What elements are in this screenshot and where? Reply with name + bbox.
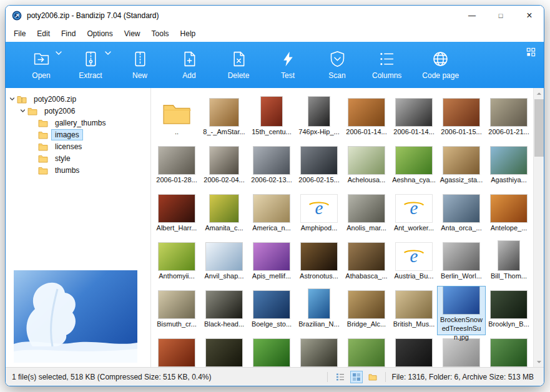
file-item[interactable]: [248, 335, 295, 367]
file-item[interactable]: [200, 335, 248, 367]
add-button[interactable]: Add: [170, 46, 209, 84]
scroll-up-icon[interactable]: [534, 88, 544, 99]
file-item[interactable]: [485, 335, 533, 367]
file-item[interactable]: 2006-01-15...: [438, 94, 485, 142]
open-icon: [32, 50, 51, 68]
file-item[interactable]: Black-head...: [200, 287, 248, 335]
file-thumbnail: [248, 335, 295, 367]
file-item[interactable]: Anta_orca_...: [438, 190, 485, 238]
delete-button[interactable]: Delete: [219, 46, 258, 84]
minimize-button[interactable]: —: [458, 6, 486, 26]
columns-button[interactable]: Columns: [367, 46, 406, 84]
file-item[interactable]: Boelge_sto...: [248, 287, 295, 335]
file-item[interactable]: 2006-01-28...: [153, 142, 200, 190]
file-item[interactable]: Bridge_Alc...: [343, 287, 390, 335]
file-item[interactable]: Anolis_mar...: [343, 190, 390, 238]
file-item[interactable]: eAustria_Bu...: [390, 238, 438, 287]
file-name: British_Mus...: [392, 320, 436, 329]
file-item[interactable]: [343, 335, 390, 367]
file-item[interactable]: 2006-02-15...: [295, 142, 343, 190]
menu-item-tools[interactable]: Tools: [146, 27, 175, 41]
browser-file-icon: e: [301, 195, 337, 222]
tree-item-style[interactable]: style: [6, 152, 150, 164]
file-item[interactable]: 2006-01-14...: [390, 94, 438, 142]
file-item[interactable]: [390, 335, 438, 367]
file-item[interactable]: Brooklyn_B...: [485, 287, 533, 335]
tree-item-label: licenses: [51, 141, 86, 152]
file-thumbnail: [153, 287, 200, 320]
scan-button[interactable]: Scan: [318, 46, 356, 84]
menu-item-find[interactable]: Find: [56, 27, 81, 41]
menu-item-options[interactable]: Options: [81, 27, 118, 41]
folder-tree: poty2006.zippoty2006gallery_thumbsimages…: [6, 88, 150, 176]
scrollbar-thumb[interactable]: [534, 99, 544, 157]
close-button[interactable]: ×: [515, 6, 544, 26]
file-item[interactable]: Achelousa...: [343, 142, 390, 190]
file-item[interactable]: [295, 335, 343, 367]
file-item[interactable]: Astronotus...: [295, 238, 343, 287]
tree-item-licenses[interactable]: licenses: [6, 140, 150, 152]
extract-button[interactable]: Extract: [71, 46, 110, 84]
new-button[interactable]: New: [120, 46, 159, 84]
tree-item-poty2006[interactable]: poty2006: [6, 105, 150, 117]
file-item[interactable]: 2006-01-21...: [485, 94, 533, 142]
file-item[interactable]: 746px-Hip_...: [295, 94, 343, 142]
tree-item-images[interactable]: images: [6, 129, 150, 140]
file-item[interactable]: eAmphipod...: [295, 190, 343, 238]
file-thumbnail: [343, 335, 390, 367]
file-item[interactable]: Berlin_Worl...: [438, 238, 485, 287]
customize-toolbar-button[interactable]: [526, 47, 536, 57]
chevron-expanded-icon[interactable]: [8, 96, 16, 102]
bandizip-logo-icon[interactable]: [12, 11, 22, 21]
file-item[interactable]: America_n...: [248, 190, 295, 238]
tree-item-thumbs[interactable]: thumbs: [6, 164, 150, 176]
scroll-down-icon[interactable]: [534, 356, 544, 367]
vertical-scrollbar[interactable]: [533, 88, 544, 367]
folder-pane-icon[interactable]: [366, 371, 379, 383]
file-item[interactable]: British_Mus...: [390, 287, 438, 335]
file-item-parent-dir[interactable]: ..: [153, 94, 200, 142]
file-name: 2006-01-21...: [487, 128, 530, 137]
file-item[interactable]: Agasthiya...: [485, 142, 533, 190]
file-item[interactable]: Agassiz_sta...: [438, 142, 485, 190]
file-item[interactable]: BrockenSnowedTreesInSun.jpg: [438, 287, 485, 335]
chevron-down-icon[interactable]: [56, 51, 62, 56]
file-item[interactable]: Athabasca_...: [343, 238, 390, 287]
test-button[interactable]: Test: [268, 46, 307, 84]
file-thumbnail: [438, 94, 485, 128]
chevron-down-icon[interactable]: [105, 51, 111, 56]
menu-item-view[interactable]: View: [119, 27, 146, 41]
file-item[interactable]: eAnt_worker...: [390, 190, 438, 238]
svg-text:e: e: [315, 198, 323, 218]
tree-item-poty2006-zip[interactable]: poty2006.zip: [6, 93, 150, 105]
image-thumbnail: [443, 147, 479, 174]
file-item[interactable]: 2006-02-04...: [200, 142, 248, 190]
tree-item-gallery-thumbs[interactable]: gallery_thumbs: [6, 117, 150, 129]
menu-item-edit[interactable]: Edit: [31, 27, 56, 41]
menu-item-help[interactable]: Help: [175, 27, 202, 41]
bandizip-window: poty2006.zip - Bandizip 7.04 (Standard) …: [5, 5, 544, 386]
open-button[interactable]: Open: [22, 46, 61, 84]
maximize-button[interactable]: □: [486, 6, 515, 26]
file-item[interactable]: 2006-02-13...: [248, 142, 295, 190]
file-item[interactable]: Bill_Thom...: [485, 238, 533, 287]
file-thumbnail: [390, 142, 438, 176]
file-item[interactable]: Anthomyii...: [153, 238, 200, 287]
file-item[interactable]: [153, 335, 200, 367]
file-item[interactable]: Anvil_shap...: [200, 238, 248, 287]
file-item[interactable]: 8_-_AmStar...: [200, 94, 248, 142]
file-item[interactable]: 2006-01-14...: [343, 94, 390, 142]
details-view-icon[interactable]: [334, 371, 346, 383]
file-item[interactable]: Albert_Harr...: [153, 190, 200, 238]
file-item[interactable]: Bismuth_cr...: [153, 287, 200, 335]
file-item[interactable]: 15th_centu...: [248, 94, 295, 142]
file-item[interactable]: Apis_mellif...: [248, 238, 295, 287]
file-item[interactable]: Aeshna_cya...: [390, 142, 438, 190]
thumbnail-view-icon[interactable]: [350, 371, 363, 383]
codepage-button[interactable]: Code page: [417, 46, 464, 84]
file-item[interactable]: Antelope_...: [485, 190, 533, 238]
chevron-expanded-icon[interactable]: [19, 108, 27, 114]
file-item[interactable]: Brazilian_N...: [295, 287, 343, 335]
file-item[interactable]: Amanita_c...: [200, 190, 248, 238]
menu-item-file[interactable]: File: [8, 27, 31, 41]
